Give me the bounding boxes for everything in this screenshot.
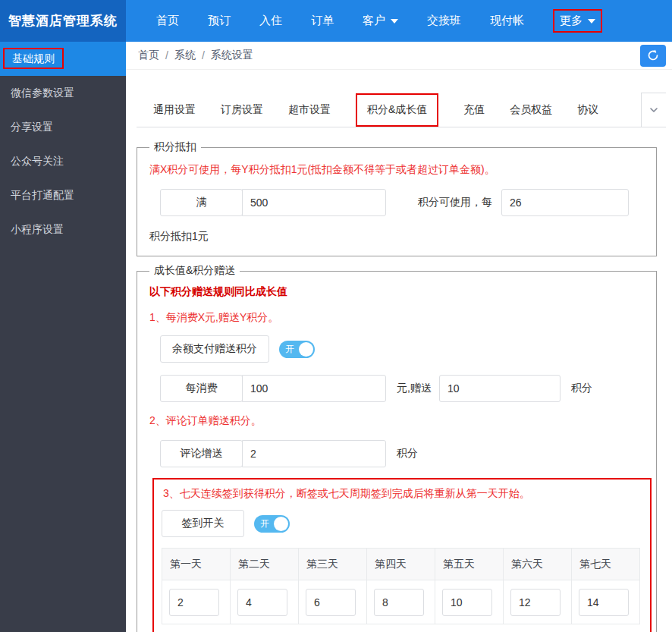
signin-toggle[interactable]: 开 bbox=[254, 515, 290, 533]
signin-switch-row: 签到开关 开 bbox=[162, 510, 642, 537]
balance-pay-row: 余额支付赠送积分 开 bbox=[160, 335, 645, 363]
signin-day-cell bbox=[435, 580, 504, 624]
sidebar-item-basic-rules[interactable]: 基础规则 bbox=[0, 42, 126, 76]
breadcrumb-separator: / bbox=[165, 49, 168, 61]
tab-recharge[interactable]: 充值 bbox=[463, 103, 485, 117]
nav-item-cash-account[interactable]: 现付帐 bbox=[490, 14, 524, 28]
growth-points-section: 成长值&积分赠送 以下积分赠送规则同比成长值 1、每消费X元,赠送Y积分。 余额… bbox=[137, 264, 657, 632]
signin-day1-input[interactable] bbox=[169, 589, 219, 616]
signin-day-cell bbox=[572, 580, 640, 624]
tab-general-settings[interactable]: 通用设置 bbox=[153, 103, 196, 117]
signin-day-cell bbox=[367, 580, 435, 624]
min-points-input[interactable] bbox=[242, 189, 386, 216]
signin-day-cell bbox=[162, 580, 231, 624]
tabs-collapse-button[interactable] bbox=[641, 93, 666, 127]
gift-mid-text: 元,赠送 bbox=[397, 382, 432, 395]
deduction-suffix-text: 积分抵扣1元 bbox=[149, 228, 645, 244]
signin-day-cell bbox=[231, 580, 299, 624]
growth-section-legend: 成长值&积分赠送 bbox=[149, 264, 240, 278]
signin-day5-input[interactable] bbox=[442, 589, 492, 616]
rule1-title: 1、每消费X元,赠送Y积分。 bbox=[149, 310, 645, 325]
signin-day-cell bbox=[504, 580, 572, 624]
caret-down-icon bbox=[588, 19, 595, 24]
signin-day1-header: 第一天 bbox=[162, 549, 231, 580]
signin-day3-input[interactable] bbox=[306, 589, 356, 616]
app-logo: 智慧酒店管理系统 bbox=[0, 0, 126, 42]
tab-member-benefits[interactable]: 会员权益 bbox=[510, 103, 552, 117]
breadcrumb-system[interactable]: 系统 bbox=[174, 49, 196, 62]
toggle-state-label: 开 bbox=[260, 519, 269, 528]
nav-item-label: 客户 bbox=[363, 14, 385, 28]
sidebar-item-share-settings[interactable]: 分享设置 bbox=[0, 110, 126, 144]
per-points-input[interactable] bbox=[501, 189, 629, 216]
signin-day7-header: 第七天 bbox=[572, 549, 640, 580]
nav-item-label: 更多 bbox=[560, 14, 583, 28]
breadcrumb-current: 系统设置 bbox=[211, 49, 253, 62]
signin-day6-header: 第六天 bbox=[504, 549, 572, 580]
signin-table-header-row: 第一天 第二天 第三天 第四天 第五天 第六天 第七天 bbox=[162, 549, 640, 580]
signin-day6-input[interactable] bbox=[510, 589, 561, 616]
sidebar-item-wechat-params[interactable]: 微信参数设置 bbox=[0, 76, 126, 110]
points-deduction-hint: 满X积分可使用，每Y积分抵扣1元(抵扣金额不得等于或者超过订单金额)。 bbox=[149, 162, 645, 177]
toggle-state-label: 开 bbox=[285, 344, 294, 354]
nav-item-customers[interactable]: 客户 bbox=[363, 14, 398, 28]
signin-day4-header: 第四天 bbox=[367, 549, 435, 580]
app-window: 智慧酒店管理系统 首页 预订 入住 订单 客户 交接班 现付帐 更多 基础规则 … bbox=[0, 0, 672, 632]
points-deduction-row: 满 积分可使用，每 bbox=[160, 189, 645, 216]
tab-points-growth[interactable]: 积分&成长值 bbox=[356, 93, 438, 127]
comment-gift-label: 评论增送 bbox=[160, 440, 243, 467]
nav-item-more[interactable]: 更多 bbox=[553, 9, 602, 33]
signin-day4-input[interactable] bbox=[374, 589, 424, 616]
points-unit-label: 积分 bbox=[571, 382, 592, 395]
sidebar-item-official-account[interactable]: 公众号关注 bbox=[0, 144, 126, 178]
breadcrumb-home[interactable]: 首页 bbox=[138, 49, 159, 62]
signin-day7-input[interactable] bbox=[579, 589, 629, 616]
sidebar-item-platform-config[interactable]: 平台打通配置 bbox=[0, 178, 126, 212]
chevron-down-icon bbox=[648, 104, 660, 116]
growth-headline: 以下积分赠送规则同比成长值 bbox=[149, 284, 645, 299]
refresh-button[interactable] bbox=[640, 45, 666, 67]
gift-points-input[interactable] bbox=[439, 375, 561, 402]
points-usable-text: 积分可使用，每 bbox=[418, 196, 492, 209]
breadcrumb: 首页 / 系统 / 系统设置 bbox=[138, 49, 253, 62]
signin-table-value-row bbox=[162, 580, 640, 624]
settings-tabs: 通用设置 订房设置 超市设置 积分&成长值 充值 会员权益 协议 bbox=[137, 93, 666, 127]
breadcrumb-separator: / bbox=[202, 49, 205, 61]
signin-day2-input[interactable] bbox=[237, 589, 287, 616]
signin-day3-header: 第三天 bbox=[299, 549, 367, 580]
comment-points-input[interactable] bbox=[242, 440, 386, 467]
nav-item-home[interactable]: 首页 bbox=[156, 14, 179, 28]
signin-day-cell bbox=[299, 580, 367, 624]
balance-pay-toggle[interactable]: 开 bbox=[279, 341, 315, 358]
tab-agreement[interactable]: 协议 bbox=[577, 103, 598, 117]
main-nav: 首页 预订 入住 订单 客户 交接班 现付帐 更多 bbox=[126, 0, 625, 42]
signin-day5-header: 第五天 bbox=[435, 549, 504, 580]
caret-down-icon bbox=[391, 19, 398, 24]
nav-item-orders[interactable]: 订单 bbox=[311, 14, 334, 28]
sidebar-item-label: 基础规则 bbox=[12, 52, 55, 64]
content-area: 首页 / 系统 / 系统设置 通用设置 订房设置 超市设置 积分&成长值 充值 … bbox=[126, 42, 672, 632]
signin-rule-section: 3、七天连续签到获得积分，断签或七天周期签到完成后将重新从第一天开始。 签到开关… bbox=[152, 478, 652, 632]
points-deduction-section: 积分抵扣 满X积分可使用，每Y积分抵扣1元(抵扣金额不得等于或者超过订单金额)。… bbox=[137, 140, 657, 256]
sidebar-item-miniprogram[interactable]: 小程序设置 bbox=[0, 212, 126, 247]
signin-day2-header: 第二天 bbox=[231, 549, 299, 580]
points-unit-label: 积分 bbox=[397, 447, 418, 461]
nav-item-shift-handover[interactable]: 交接班 bbox=[427, 14, 461, 28]
breadcrumb-bar: 首页 / 系统 / 系统设置 bbox=[126, 42, 672, 70]
signin-switch-button[interactable]: 签到开关 bbox=[162, 510, 244, 537]
nav-item-reservation[interactable]: 预订 bbox=[208, 14, 231, 28]
toggle-knob bbox=[299, 342, 313, 357]
rule2-title: 2、评论订单赠送积分。 bbox=[149, 413, 645, 428]
nav-item-checkin[interactable]: 入住 bbox=[259, 14, 282, 28]
signin-points-table: 第一天 第二天 第三天 第四天 第五天 第六天 第七天 bbox=[162, 548, 640, 624]
points-deduction-legend: 积分抵扣 bbox=[149, 140, 201, 154]
sidebar: 基础规则 微信参数设置 分享设置 公众号关注 平台打通配置 小程序设置 bbox=[0, 42, 126, 632]
consume-label: 每消费 bbox=[160, 375, 243, 402]
consume-amount-input[interactable] bbox=[242, 375, 386, 402]
top-navbar: 智慧酒店管理系统 首页 预订 入住 订单 客户 交接班 现付帐 更多 bbox=[0, 0, 672, 42]
balance-pay-gift-button[interactable]: 余额支付赠送积分 bbox=[160, 335, 269, 363]
tab-market-settings[interactable]: 超市设置 bbox=[288, 103, 331, 117]
annotation-box: 基础规则 bbox=[3, 48, 64, 69]
tab-booking-settings[interactable]: 订房设置 bbox=[221, 103, 263, 117]
min-points-label: 满 bbox=[160, 189, 243, 216]
